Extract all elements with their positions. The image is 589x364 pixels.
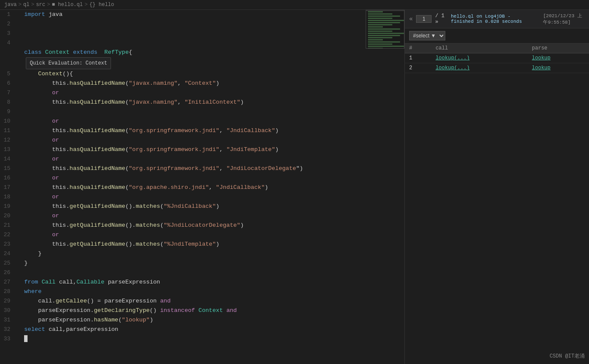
code-line-33: 33	[0, 334, 404, 344]
col-num-header: #	[405, 43, 431, 53]
line-content-20: or	[17, 211, 404, 221]
breadcrumb-file[interactable]: ■ hello.ql	[52, 2, 83, 8]
breadcrumb-java[interactable]: java	[4, 2, 17, 8]
breadcrumb-src[interactable]: src	[36, 2, 46, 8]
line-content-25: }	[17, 259, 404, 268]
code-line-23: 23 this.getQualifiedName().matches("%Jnd…	[0, 240, 404, 249]
results-data-table: # call parse 1 lookup(...) lookup 2 look…	[405, 43, 589, 73]
col-parse-header: parse	[527, 43, 589, 53]
line-content-32: select call,parseExpression	[17, 325, 404, 334]
line-content-30: parseExpression.getDeclaringType() insta…	[17, 306, 404, 315]
code-editor[interactable]: 1 import java 2 3 4 class Context extend…	[0, 10, 404, 364]
line-num-31: 31	[0, 315, 17, 325]
line-num-16: 16	[0, 173, 17, 183]
line-content-24: }	[17, 249, 404, 259]
code-line-13: 13 this.hasQualifiedName("org.springfram…	[0, 145, 404, 154]
line-content-1: import java	[17, 10, 404, 19]
code-line-4: 4 class Context extends RefType{ Quick E…	[0, 38, 404, 69]
row2-call[interactable]: lookup(...)	[431, 63, 527, 73]
line-num-26: 26	[0, 268, 17, 278]
code-line-28: 28 where	[0, 287, 404, 296]
sep3: >	[47, 2, 50, 8]
code-line-16: 16 or	[0, 173, 404, 183]
table-row: 2 lookup(...) lookup	[405, 63, 589, 73]
breadcrumb-ql[interactable]: ql	[23, 2, 29, 8]
line-num-30: 30	[0, 306, 17, 315]
line-content-19: this.getQualifiedName().matches("%JndiCa…	[17, 202, 404, 211]
line-num-5: 5	[0, 69, 17, 79]
line-content-29: call.getCallee() = parseExpression and	[17, 296, 404, 306]
col-call-header: call	[431, 43, 527, 53]
code-line-9: 9	[0, 107, 404, 117]
select-dropdown[interactable]: #select ▼	[409, 31, 445, 40]
line-num-24: 24	[0, 249, 17, 259]
line-content-15: this.hasQualifiedName("org.springframewo…	[17, 164, 404, 173]
code-line-11: 11 this.hasQualifiedName("org.springfram…	[0, 126, 404, 136]
line-num-6: 6	[0, 79, 17, 88]
code-line-25: 25 }	[0, 259, 404, 268]
code-line-15: 15 this.hasQualifiedName("org.springfram…	[0, 164, 404, 173]
header-row: # call parse	[405, 43, 589, 53]
line-content-14: or	[17, 154, 404, 164]
line-content-31: parseExpression.hasName("lookup")	[17, 315, 404, 325]
code-thumbnail	[366, 10, 404, 49]
code-line-30: 30 parseExpression.getDeclaringType() in…	[0, 306, 404, 315]
code-line-7: 7 or	[0, 88, 404, 98]
line-num-20: 20	[0, 211, 17, 221]
file-info-label: hello.ql on Log4jDB - finished in 0.028 …	[451, 14, 534, 24]
results-panel: « / 1 » hello.ql on Log4jDB - finished i…	[404, 10, 589, 364]
code-line-19: 19 this.getQualifiedName().matches("%Jnd…	[0, 202, 404, 211]
sep4: >	[84, 2, 87, 8]
table-row: 1 lookup(...) lookup	[405, 53, 589, 63]
page-total-label: / 1 »	[435, 13, 445, 25]
nav-prev-button[interactable]: «	[409, 15, 413, 22]
row1-call[interactable]: lookup(...)	[431, 53, 527, 63]
code-line-21: 21 this.getQualifiedName().matches("%Jnd…	[0, 221, 404, 230]
line-num-10: 10	[0, 117, 17, 126]
line-num-19: 19	[0, 202, 17, 211]
row2-num: 2	[405, 63, 431, 73]
line-content-33	[17, 334, 404, 344]
line-num-18: 18	[0, 192, 17, 202]
line-num-1: 1	[0, 10, 17, 19]
line-content-13: this.hasQualifiedName("org.springframewo…	[17, 145, 404, 154]
code-line-12: 12 or	[0, 136, 404, 145]
line-num-2: 2	[0, 19, 17, 29]
results-table[interactable]: # call parse 1 lookup(...) lookup 2 look…	[405, 43, 589, 364]
sep2: >	[31, 2, 34, 8]
time-info-label: [2021/12/23 上午9:55:58]	[543, 12, 585, 25]
line-content-21: this.getQualifiedName().matches("%JndiLo…	[17, 221, 404, 230]
code-line-32: 32 select call,parseExpression	[0, 325, 404, 334]
line-content-4: class Context extends RefType{ Quick Eva…	[17, 38, 404, 69]
code-line-2: 2	[0, 19, 404, 29]
line-num-3: 3	[0, 29, 17, 38]
row1-num: 1	[405, 53, 431, 63]
code-area: 1 import java 2 3 4 class Context extend…	[0, 10, 404, 344]
line-content-27: from Call call,Callable parseExpression	[17, 278, 404, 287]
page-input[interactable]	[416, 15, 432, 23]
line-num-27: 27	[0, 278, 17, 287]
select-area: #select ▼	[405, 28, 589, 43]
sep1: >	[19, 2, 22, 8]
line-num-7: 7	[0, 88, 17, 98]
line-num-21: 21	[0, 221, 17, 230]
row2-parse[interactable]: lookup	[527, 63, 589, 73]
line-content-11: this.hasQualifiedName("org.springframewo…	[17, 126, 404, 136]
breadcrumb-scope[interactable]: {} hello	[89, 2, 114, 8]
code-line-31: 31 parseExpression.hasName("lookup")	[0, 315, 404, 325]
line-num-23: 23	[0, 240, 17, 249]
code-line-26: 26	[0, 268, 404, 278]
line-content-17: this.hasQualifiedName("org.apache.shiro.…	[17, 183, 404, 192]
line-content-28: where	[17, 287, 404, 296]
table-header: # call parse	[405, 43, 589, 53]
code-line-24: 24 }	[0, 249, 404, 259]
attribution-label: CSDN @IT老涌	[549, 352, 585, 360]
line-num-14: 14	[0, 154, 17, 164]
code-line-6: 6 this.hasQualifiedName("javax.naming", …	[0, 79, 404, 88]
line-content-6: this.hasQualifiedName("javax.naming", "C…	[17, 79, 404, 88]
line-num-22: 22	[0, 230, 17, 240]
row1-parse[interactable]: lookup	[527, 53, 589, 63]
code-line-18: 18 or	[0, 192, 404, 202]
breadcrumb: java > ql > src > ■ hello.ql > {} hello	[0, 0, 589, 10]
code-line-17: 17 this.hasQualifiedName("org.apache.shi…	[0, 183, 404, 192]
